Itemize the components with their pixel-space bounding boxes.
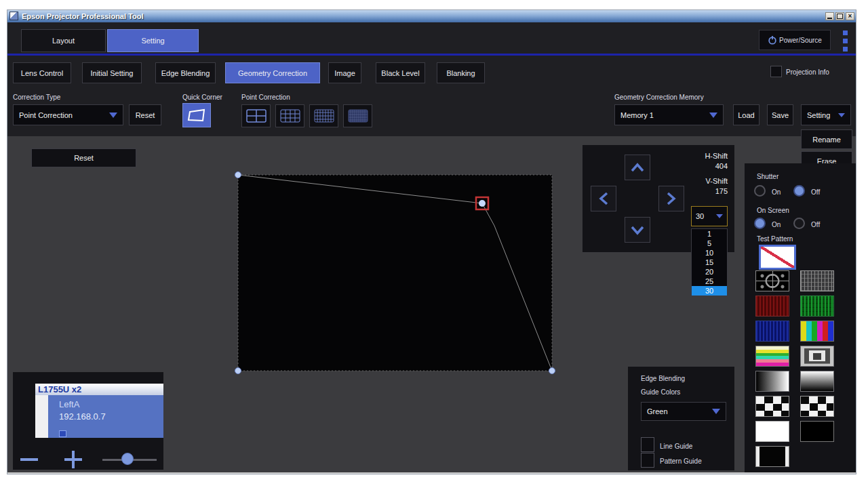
h-shift-value: 404	[684, 162, 728, 170]
corner-point-bottom-left[interactable]	[235, 368, 241, 374]
guide-color-dropdown[interactable]: Green	[641, 402, 726, 421]
right-panel: Shutter On Off On Screen On Off Test Pat…	[745, 163, 856, 472]
projector-layout-margin	[35, 395, 48, 438]
step-option-list: 1 5 10 15 20 25 30	[691, 228, 728, 296]
step-option-20[interactable]: 20	[692, 267, 727, 277]
zoom-out-button[interactable]	[20, 458, 38, 461]
on-screen-on-label: On	[772, 221, 781, 228]
edge-blending-title: Edge Blending	[641, 375, 685, 382]
chevron-down-icon	[712, 409, 720, 414]
shutter-off-label: Off	[811, 188, 820, 196]
white-pattern[interactable]	[755, 421, 789, 442]
shutter-label: Shutter	[757, 173, 778, 180]
blue-grid-pattern[interactable]	[755, 321, 789, 342]
h-shift-label: H-Shift	[684, 152, 728, 160]
diagonal-line-pattern-selected[interactable]	[759, 245, 796, 270]
v-shift-value: 175	[684, 187, 728, 195]
red-grid-pattern[interactable]	[755, 296, 789, 317]
edge-blending-panel: Edge Blending Guide Colors Green Line Gu…	[628, 367, 734, 470]
canvas-reset-button[interactable]: Reset	[31, 148, 136, 167]
chevron-right-icon	[666, 190, 677, 207]
on-screen-label: On Screen	[757, 207, 789, 214]
grayscale-window-pattern[interactable]	[800, 346, 834, 367]
checkerboard-inverse-pattern[interactable]	[800, 396, 834, 417]
pattern-guide-checkbox[interactable]	[641, 453, 654, 468]
step-option-5[interactable]: 5	[692, 239, 727, 248]
shutter-off-radio[interactable]	[793, 185, 805, 197]
test-pattern-grid	[755, 270, 834, 467]
chevron-down-icon	[629, 224, 646, 235]
rainbow-stripes-pattern[interactable]	[755, 346, 789, 367]
projector-model-header[interactable]: L1755U x2	[35, 384, 163, 395]
corner-point-bottom-right[interactable]	[549, 368, 555, 374]
zoom-slider-handle[interactable]	[121, 453, 134, 465]
chevron-up-icon	[629, 162, 646, 173]
chevron-left-icon	[598, 190, 609, 207]
menu-item-rename[interactable]: Rename	[801, 129, 852, 149]
projector-ip: 192.168.0.7	[59, 411, 106, 422]
selected-corner-point[interactable]	[479, 200, 486, 207]
on-screen-on-radio[interactable]	[754, 218, 766, 229]
crosshatch-circle-pattern[interactable]	[755, 270, 789, 291]
line-guide-checkbox[interactable]	[641, 437, 654, 452]
on-screen-off-label: Off	[811, 221, 820, 228]
guide-colors-label: Guide Colors	[641, 388, 680, 396]
on-screen-off-radio[interactable]	[793, 218, 805, 229]
projector-panel: L1755U x2 LeftA 192.168.0.7	[13, 372, 163, 470]
projector-name: LeftA	[59, 399, 79, 409]
step-option-30-selected[interactable]: 30	[692, 286, 727, 296]
step-dropdown[interactable]: 30	[691, 206, 728, 226]
clipped-checkbox[interactable]	[59, 430, 66, 437]
line-guide-label: Line Guide	[660, 443, 692, 450]
step-option-25[interactable]: 25	[692, 277, 727, 286]
projector-tile[interactable]: LeftA 192.168.0.7	[48, 395, 163, 438]
test-pattern-label: Test Pattern	[757, 235, 793, 243]
green-grid-pattern[interactable]	[800, 296, 834, 317]
projection-area	[238, 175, 552, 371]
v-shift-label: V-Shift	[684, 177, 728, 185]
corner-point-top-left[interactable]	[235, 172, 241, 178]
shutter-on-label: On	[772, 188, 781, 196]
move-down-button[interactable]	[625, 217, 650, 243]
app-window: Epson Projector Professional Tool × Layo…	[7, 9, 856, 474]
step-option-15[interactable]: 15	[692, 258, 727, 267]
gradient-v-pattern[interactable]	[800, 371, 834, 392]
move-right-button[interactable]	[658, 186, 684, 211]
chevron-down-icon	[716, 214, 723, 218]
black-pattern[interactable]	[800, 421, 834, 442]
zoom-in-button[interactable]	[64, 451, 82, 468]
step-option-1[interactable]: 1	[692, 229, 727, 239]
color-bars-pattern[interactable]	[800, 321, 834, 342]
gray-grid-pattern[interactable]	[800, 270, 834, 291]
black-frame-pattern[interactable]	[755, 446, 789, 467]
window-frame-bottom	[7, 472, 856, 474]
shutter-on-radio[interactable]	[754, 185, 766, 197]
move-up-button[interactable]	[625, 155, 650, 180]
step-option-10[interactable]: 10	[692, 248, 727, 258]
pattern-guide-label: Pattern Guide	[660, 458, 702, 465]
checkerboard-pattern[interactable]	[755, 396, 789, 417]
gradient-h-pattern[interactable]	[755, 371, 789, 392]
page: Epson Projector Professional Tool × Layo…	[0, 0, 868, 488]
move-left-button[interactable]	[591, 186, 616, 211]
